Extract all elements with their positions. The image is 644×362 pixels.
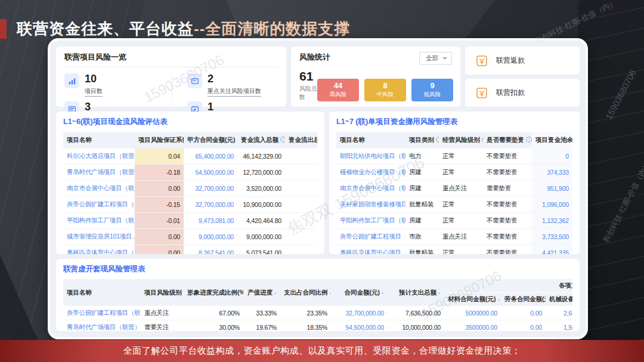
cell-contract: 32,700,000.00 [331, 306, 388, 320]
cell-name[interactable]: 平阳构件加工厂项目（联... [336, 213, 405, 229]
risk-filter-select[interactable]: 全部 [419, 52, 452, 65]
cell-category: 房建 [405, 181, 439, 197]
cell-party_a: 8,267,541.00 [184, 245, 237, 255]
cell-inflow: 9,000,000.00 [237, 229, 285, 245]
cell-level: 正常 [439, 197, 483, 213]
joint-refund-button[interactable]: 联营返款 [465, 47, 580, 75]
table-row: 平阳构件加工厂项目（联...-0.019,473,081.004,420,464… [63, 213, 317, 229]
low-risk-badge[interactable]: 9 低风险 [411, 79, 453, 101]
dashboard-card: 联营项目风险一览 10 项目数 2 [48, 38, 588, 339]
cell-name[interactable]: 槿褓物业办公楼项目（联... [336, 165, 405, 181]
cell-material: 5000000.00 [444, 306, 501, 320]
column-header-risk-level[interactable]: 经营风险级别 [439, 132, 483, 148]
cell-balance: 951,900 [532, 181, 572, 197]
column-header-advance-needed[interactable]: 是否需要垫资 [483, 132, 532, 148]
column-header-machinery-contract[interactable]: 机械设备合同金额(元) [546, 293, 572, 307]
cell-advance: 不需要垫资 [483, 213, 532, 229]
cell-name[interactable]: 朝阳北站供电站项目（联... [336, 148, 405, 165]
risk-total-value: 61 [299, 70, 317, 82]
high-risk-badge[interactable]: 44 高风险 [317, 79, 359, 101]
column-header-project-name[interactable]: 项目名称 [63, 279, 141, 306]
column-header-contract-amount[interactable]: 合同金额(元) [331, 279, 388, 306]
cell-name[interactable]: 城市管理应急房101项目... [63, 229, 135, 245]
column-header-labor-contract[interactable]: 劳务合同金额(元) [501, 293, 546, 307]
table-row: 南京市会展中心项目（联...0.0032,700,000.003,520,000… [63, 181, 317, 197]
cell-coef: 0.04 [135, 148, 184, 165]
cell-name[interactable]: 炎帝公园扩建工程项目（... [336, 229, 405, 245]
cell-estimated: 10,000,000.00 [388, 320, 444, 332]
page-title: 联营资金往来、平台收益--全面清晰的数据支撑 [0, 18, 350, 39]
cell-name[interactable]: 青岛时代广场项目（联营） [63, 320, 141, 332]
stat-label[interactable]: 项目数 [85, 87, 103, 97]
cell-party_a: 65,400,000.00 [184, 148, 237, 165]
table-header-row: 项目名称 项目风险保证系数 甲方合同金额(元) 资金流入总额 资金流出总额 [63, 132, 317, 148]
cell-name[interactable]: 奥林匹克体育中心项目（... [63, 245, 135, 255]
cashout-table-title: 联营虚开套现风险管理表 [63, 264, 572, 274]
stat-label[interactable]: 重点关注风险项目数 [208, 87, 261, 97]
cell-party_a: 9,473,081.00 [184, 213, 237, 229]
cell-coef: 0.00 [135, 229, 184, 245]
column-header-material-contract[interactable]: 材料合同金额(元) [444, 293, 501, 307]
joint-deduction-button[interactable]: 联营扣款 [465, 79, 580, 107]
cell-balance: 4,421,335 [532, 245, 572, 255]
table-row: 科尔沁大酒店项目（联营）0.0465,400,000.0046,142,329.… [63, 148, 317, 165]
table-row: 美好家园宿舍楼装修项目...批量精装正常不需要垫资1,096,000 [336, 197, 572, 213]
column-header-pool-balance[interactable]: 项目资金池余额(元)(元) [532, 132, 572, 148]
column-header-estimated-expense[interactable]: 预计支出总额 [388, 279, 444, 306]
info-icon[interactable] [237, 137, 238, 143]
table-row: 平阳构件加工厂项目（联...房建正常不需要垫资1,132,362 [336, 213, 572, 229]
cell-balance: 1,132,362 [532, 213, 572, 229]
column-header-risk-level[interactable]: 项目风险级别 [141, 279, 184, 306]
badge-value: 44 [334, 82, 342, 91]
info-icon[interactable] [482, 137, 483, 143]
cell-name[interactable]: 平阳构件加工厂项目（联... [63, 213, 135, 229]
cell-party_a: 9,000,000.00 [184, 229, 237, 245]
cell-material: 3500000.00 [444, 320, 501, 332]
cell-balance: 0 [532, 148, 572, 165]
info-icon[interactable] [280, 137, 285, 143]
cell-name[interactable]: 青岛时代广场项目（联营） [63, 165, 135, 181]
cell-category: 批量精装 [405, 197, 439, 213]
column-header-category[interactable]: 项目类别 [405, 132, 439, 148]
cell-level: 重点关注 [439, 229, 483, 245]
table-header-row: 项目名称 项目类别 经营风险级别 是否需要垫资 项目资金池余额(元)(元) [336, 132, 572, 148]
cell-outflow: 23,536 [285, 165, 317, 181]
cell-category: 房建 [405, 165, 439, 181]
cell-name[interactable]: 奥林匹克体育中心项目（... [336, 245, 405, 255]
column-header-party-a-amount[interactable]: 甲方合同金额(元) [184, 132, 237, 148]
cell-name[interactable]: 美好家园宿舍楼装修项目... [336, 197, 405, 213]
cell-estimated: 7,636,500.00 [388, 306, 444, 320]
info-icon[interactable] [436, 137, 439, 143]
cell-machine: 2,630,000.00 [546, 306, 572, 320]
risk-total: 61 风险总数 [299, 70, 317, 101]
fund-misuse-table: 项目名称 项目类别 经营风险级别 是否需要垫资 项目资金池余额(元)(元) 朝阳… [336, 132, 572, 254]
risk-overview-title: 联营项目风险一览 [64, 52, 278, 67]
cell-coef: 0.00 [135, 245, 184, 255]
cell-name[interactable]: 炎帝公园扩建工程项目（... [63, 197, 135, 213]
info-icon[interactable] [526, 137, 532, 143]
column-header-outflow-total[interactable]: 资金流出总额 [285, 132, 317, 148]
table-row: 奥林匹克体育中心项目（...0.008,267,541.005,073,541.… [63, 245, 317, 255]
cashout-risk-table-panel: 联营虚开套现风险管理表 项目名称 项目风险级别 形象进度完成比例(%) 产值进度… [56, 259, 580, 331]
card-icon [187, 73, 202, 88]
column-header-project-name[interactable]: 项目名称 [63, 132, 135, 148]
fund-misuse-table-title: L1~7 (联)单项目资金挪用风险管理表 [336, 117, 572, 127]
cell-name[interactable]: 科尔沁大酒店项目（联营） [63, 148, 135, 165]
cell-inflow: 4,420,464.80 [237, 213, 285, 229]
cell-name[interactable]: 炎帝公园扩建工程项目（联... [63, 306, 141, 320]
cell-name[interactable]: 南京市会展中心项目（联... [336, 181, 405, 197]
column-header-risk-coefficient[interactable]: 项目风险保证系数 [135, 132, 184, 148]
column-header-inflow-total[interactable]: 资金流入总额 [237, 132, 285, 148]
column-header-output-progress[interactable]: 产值进度 [243, 279, 280, 306]
badge-value: 8 [383, 82, 387, 91]
cell-level: 正常 [439, 245, 483, 255]
column-header-project-name[interactable]: 项目名称 [336, 132, 405, 148]
column-header-expense-ratio[interactable]: 支出占合同比例 [280, 279, 331, 306]
cell-name[interactable]: 南京市会展中心项目（联... [63, 181, 135, 197]
cell-level: 正常 [439, 148, 483, 165]
stat-project-count: 10 项目数 [64, 72, 171, 98]
medium-risk-badge[interactable]: 8 中风险 [364, 79, 406, 101]
column-header-image-progress[interactable]: 形象进度完成比例(%) [184, 279, 243, 306]
cell-progress: 67.00% [184, 306, 243, 320]
cell-advance: 不需要垫资 [483, 148, 532, 165]
